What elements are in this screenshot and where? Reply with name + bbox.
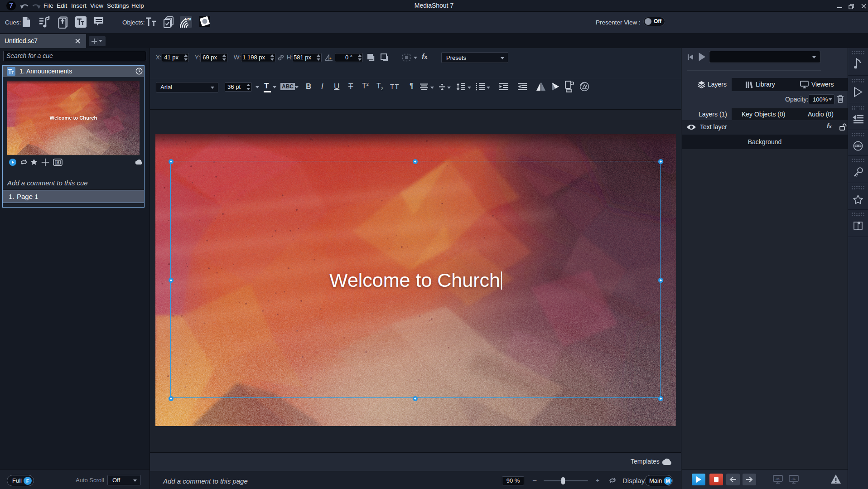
svg-text:.S.: .S.	[791, 477, 796, 481]
svg-text:M: M	[57, 161, 59, 164]
svg-text:.M.: .M.	[775, 477, 780, 481]
svg-text:NDI: NDI	[185, 17, 191, 21]
